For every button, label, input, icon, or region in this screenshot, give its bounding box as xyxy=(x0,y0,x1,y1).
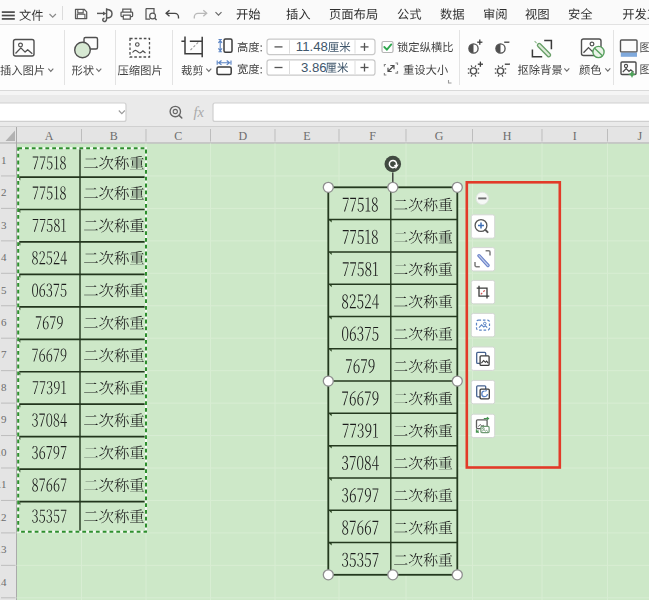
svg-text:F: F xyxy=(369,129,376,143)
svg-text:I: I xyxy=(573,129,577,143)
svg-text:6: 6 xyxy=(1,316,7,328)
svg-text:3: 3 xyxy=(1,219,7,231)
svg-text:1: 1 xyxy=(1,154,7,166)
svg-text:3.86: 3.86 xyxy=(301,60,327,75)
svg-text:11: 11 xyxy=(0,478,7,490)
svg-text:8: 8 xyxy=(1,381,7,393)
svg-text:4: 4 xyxy=(1,251,7,263)
svg-text:2: 2 xyxy=(1,186,7,198)
svg-text:B: B xyxy=(110,129,118,143)
svg-text:H: H xyxy=(503,129,512,143)
svg-text:13: 13 xyxy=(0,543,7,555)
svg-text:J: J xyxy=(637,129,642,143)
svg-text:9: 9 xyxy=(1,413,7,425)
svg-text:10: 10 xyxy=(0,446,7,458)
svg-text:A: A xyxy=(45,129,54,143)
svg-text:7: 7 xyxy=(1,348,7,360)
svg-text:11.48: 11.48 xyxy=(296,39,328,54)
svg-text:12: 12 xyxy=(0,511,7,523)
svg-text:D: D xyxy=(238,129,247,143)
svg-text:14: 14 xyxy=(0,576,7,588)
svg-text:G: G xyxy=(435,129,444,143)
svg-text:E: E xyxy=(303,129,310,143)
svg-text:fx: fx xyxy=(194,104,205,120)
svg-text:C: C xyxy=(174,129,182,143)
svg-text:5: 5 xyxy=(1,284,7,296)
